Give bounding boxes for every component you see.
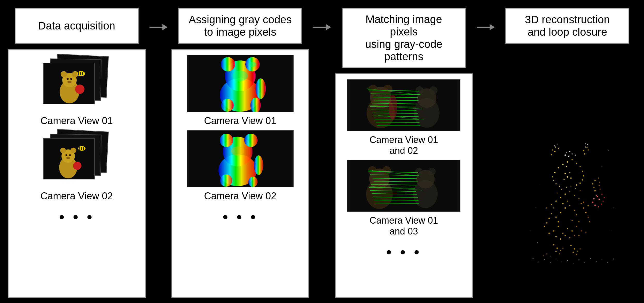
svg-point-243 xyxy=(539,185,540,185)
svg-point-142 xyxy=(583,201,584,203)
step3-view1-label: Camera View 01 and 02 xyxy=(370,134,438,156)
svg-point-202 xyxy=(598,199,600,200)
step3-view2-label: Camera View 01 and 03 xyxy=(370,215,438,237)
svg-point-137 xyxy=(560,197,561,198)
svg-point-162 xyxy=(582,179,583,180)
svg-point-143 xyxy=(546,207,547,208)
svg-point-111 xyxy=(583,207,584,209)
step4-title: 3D reconstruction and loop closure xyxy=(525,13,610,38)
step1-img-front1 xyxy=(43,63,95,104)
svg-point-190 xyxy=(556,143,557,145)
svg-point-249 xyxy=(537,242,538,243)
svg-point-107 xyxy=(562,203,563,204)
svg-point-163 xyxy=(555,183,556,184)
svg-point-182 xyxy=(555,147,556,148)
svg-point-197 xyxy=(592,201,593,203)
svg-point-125 xyxy=(553,230,554,232)
svg-point-8 xyxy=(75,85,84,94)
svg-point-157 xyxy=(554,172,555,173)
svg-point-176 xyxy=(575,155,576,156)
svg-line-93 xyxy=(375,203,419,203)
svg-point-236 xyxy=(584,262,585,263)
svg-point-149 xyxy=(556,193,557,194)
svg-point-247 xyxy=(530,231,531,231)
svg-point-101 xyxy=(560,212,561,213)
svg-rect-98 xyxy=(499,70,637,277)
step2-image2 xyxy=(187,130,294,187)
svg-point-177 xyxy=(569,151,570,152)
svg-point-230 xyxy=(601,260,602,261)
svg-point-184 xyxy=(583,150,584,151)
svg-point-226 xyxy=(555,259,556,260)
main-container: Data acquisition xyxy=(0,0,644,303)
svg-point-115 xyxy=(548,218,549,219)
svg-point-81 xyxy=(415,168,423,176)
svg-point-133 xyxy=(548,233,549,234)
svg-point-109 xyxy=(580,203,582,204)
step2-view1: Camera View 01 xyxy=(187,55,294,126)
svg-point-141 xyxy=(551,204,552,205)
svg-point-134 xyxy=(585,232,586,233)
svg-point-46 xyxy=(231,146,244,156)
svg-point-215 xyxy=(562,248,563,249)
svg-point-187 xyxy=(587,149,588,150)
svg-point-213 xyxy=(560,250,561,251)
svg-point-121 xyxy=(557,226,559,227)
svg-point-104 xyxy=(576,214,577,215)
svg-point-122 xyxy=(567,228,568,229)
svg-point-172 xyxy=(566,166,567,167)
step1-view2: Camera View 02 xyxy=(14,130,140,202)
svg-point-185 xyxy=(586,147,587,148)
svg-point-145 xyxy=(566,187,567,188)
step1-view1: Camera View 01 xyxy=(14,55,140,126)
svg-point-82 xyxy=(428,168,436,176)
svg-point-123 xyxy=(571,230,572,232)
svg-point-155 xyxy=(557,167,559,168)
svg-point-41 xyxy=(220,134,233,147)
svg-point-170 xyxy=(563,179,564,180)
svg-point-186 xyxy=(584,153,585,155)
step1-body: Camera View 01 xyxy=(8,49,146,298)
svg-point-138 xyxy=(574,195,575,196)
step2-body: Camera View 01 xyxy=(171,49,309,298)
svg-point-165 xyxy=(559,186,560,187)
svg-point-223 xyxy=(576,254,577,255)
step2-view2-label: Camera View 02 xyxy=(204,191,276,202)
svg-point-164 xyxy=(579,183,580,184)
svg-marker-97 xyxy=(490,24,495,30)
step1-img2-front xyxy=(43,138,95,179)
svg-point-118 xyxy=(588,221,590,222)
svg-point-232 xyxy=(538,262,539,263)
svg-point-189 xyxy=(553,145,554,146)
svg-point-136 xyxy=(569,191,570,192)
step3-view2: Camera View 01 and 03 xyxy=(347,160,460,237)
svg-point-158 xyxy=(582,171,583,172)
svg-rect-23 xyxy=(79,147,80,150)
svg-point-78 xyxy=(382,166,391,175)
svg-point-135 xyxy=(564,193,566,195)
svg-point-120 xyxy=(576,226,577,227)
svg-point-231 xyxy=(613,259,614,260)
step2-image1 xyxy=(187,55,294,112)
svg-point-199 xyxy=(594,204,595,206)
svg-point-7 xyxy=(67,81,72,83)
svg-point-21 xyxy=(73,162,81,170)
svg-point-206 xyxy=(592,183,593,184)
svg-point-19 xyxy=(69,154,71,156)
svg-marker-27 xyxy=(162,24,168,30)
svg-point-238 xyxy=(607,262,608,263)
step3-view1: Camera View 01 and 02 xyxy=(347,79,460,156)
svg-point-219 xyxy=(577,251,578,252)
svg-point-244 xyxy=(601,166,602,167)
svg-line-67 xyxy=(375,119,419,119)
svg-point-169 xyxy=(567,176,568,178)
svg-point-204 xyxy=(594,180,595,181)
svg-point-248 xyxy=(613,208,614,208)
svg-point-151 xyxy=(567,161,568,163)
step2-dots: • • • xyxy=(223,208,258,226)
svg-point-105 xyxy=(557,221,559,222)
step1-stacked2 xyxy=(41,130,113,187)
svg-point-31 xyxy=(221,57,235,71)
svg-point-56 xyxy=(415,86,424,95)
step3-title: Matching image pixels using gray-code pa… xyxy=(350,13,457,63)
